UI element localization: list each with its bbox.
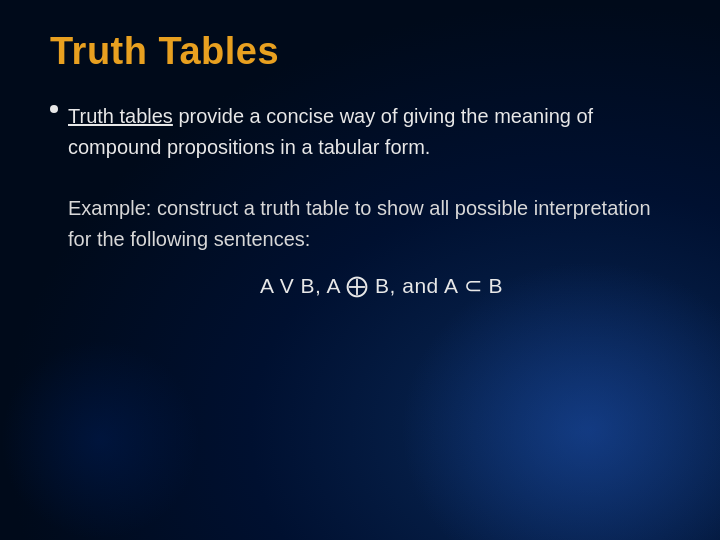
slide-content: Truth Tables Truth tables provide a conc… (0, 0, 720, 540)
example-intro-text: Example: construct a truth table to show… (68, 193, 675, 255)
subset-symbol: ⊂ (464, 273, 483, 298)
xor-symbol: ⨁ (346, 273, 369, 298)
bullet-dot (50, 105, 58, 113)
example-section: Example: construct a truth table to show… (50, 193, 675, 299)
bullet-item-1: Truth tables provide a concise way of gi… (50, 101, 675, 163)
bullet-section: Truth tables provide a concise way of gi… (50, 101, 675, 163)
bullet-text: Truth tables provide a concise way of gi… (68, 101, 675, 163)
formula-display: A V B, A ⨁ B, and A ⊂ B (68, 273, 675, 299)
highlighted-term: Truth tables (68, 105, 173, 127)
page-title: Truth Tables (50, 30, 675, 73)
